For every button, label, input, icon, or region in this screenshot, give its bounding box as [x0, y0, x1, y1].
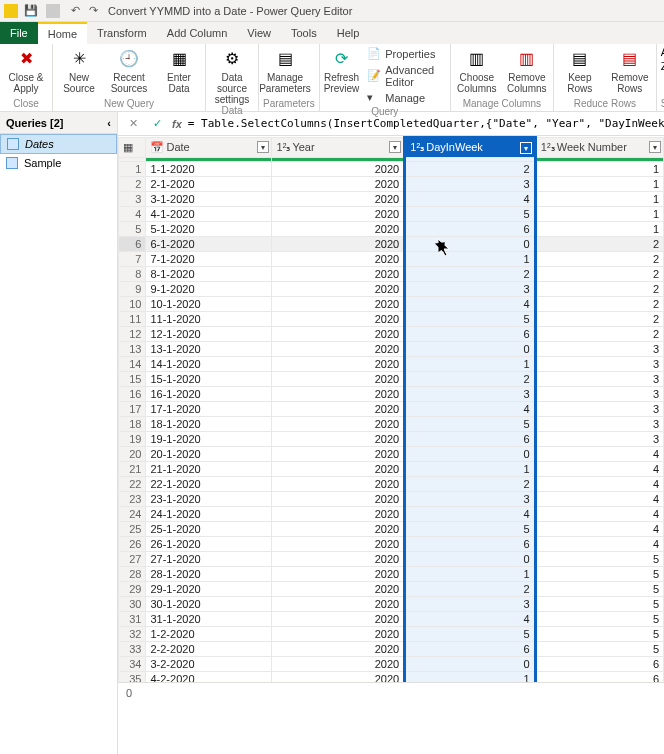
cell[interactable]: 2020	[272, 462, 405, 477]
cell[interactable]: 2	[405, 162, 536, 177]
row-number[interactable]: 22	[119, 477, 146, 492]
row-number[interactable]: 1	[119, 162, 146, 177]
row-number[interactable]: 4	[119, 207, 146, 222]
remove-rows-button[interactable]: ▤Remove Rows	[608, 46, 652, 94]
tab-file[interactable]: File	[0, 22, 38, 44]
cell[interactable]: 1	[535, 162, 663, 177]
enter-data-button[interactable]: ▦Enter Data	[157, 46, 201, 94]
table-row[interactable]: 44-1-2020202051	[119, 207, 664, 222]
advanced-editor-button[interactable]: 📝Advanced Editor	[365, 63, 446, 89]
row-number[interactable]: 3	[119, 192, 146, 207]
table-row[interactable]: 2121-1-2020202014	[119, 462, 664, 477]
table-row[interactable]: 2727-1-2020202005	[119, 552, 664, 567]
cell[interactable]: 6	[405, 327, 536, 342]
cell[interactable]: 5	[535, 582, 663, 597]
row-number[interactable]: 7	[119, 252, 146, 267]
cell[interactable]: 2020	[272, 342, 405, 357]
table-row[interactable]: 22-1-2020202031	[119, 177, 664, 192]
type-icon[interactable]: 1²₃	[410, 141, 424, 155]
cell[interactable]: 24-1-2020	[146, 507, 272, 522]
cell[interactable]: 3	[535, 402, 663, 417]
table-row[interactable]: 3030-1-2020202035	[119, 597, 664, 612]
tab-transform[interactable]: Transform	[87, 22, 157, 44]
cell[interactable]: 2	[535, 237, 663, 252]
cell[interactable]: 2020	[272, 372, 405, 387]
table-row[interactable]: 55-1-2020202061	[119, 222, 664, 237]
cell[interactable]: 2020	[272, 237, 405, 252]
row-number[interactable]: 12	[119, 327, 146, 342]
cell[interactable]: 5-1-2020	[146, 222, 272, 237]
table-row[interactable]: 2424-1-2020202044	[119, 507, 664, 522]
column-header[interactable]: 📅Date▾	[146, 138, 272, 158]
row-number[interactable]: 33	[119, 642, 146, 657]
cell[interactable]: 13-1-2020	[146, 342, 272, 357]
table-row[interactable]: 77-1-2020202012	[119, 252, 664, 267]
cell[interactable]: 2	[535, 312, 663, 327]
type-icon[interactable]: 1²₃	[541, 141, 555, 155]
data-source-settings-button[interactable]: ⚙Data source settings	[210, 46, 254, 105]
cell[interactable]: 1	[535, 192, 663, 207]
formula-input[interactable]	[188, 117, 664, 130]
cell[interactable]: 2-1-2020	[146, 177, 272, 192]
cell[interactable]: 3-2-2020	[146, 657, 272, 672]
filter-icon[interactable]: ▾	[649, 141, 661, 153]
data-grid[interactable]: ▦📅Date▾1²₃Year▾1²₃DayInWeek▾1²₃Week Numb…	[118, 136, 664, 754]
fx-icon[interactable]: fx	[172, 118, 182, 130]
filter-icon[interactable]: ▾	[520, 142, 532, 154]
cell[interactable]: 17-1-2020	[146, 402, 272, 417]
query-item-sample[interactable]: Sample	[0, 154, 117, 172]
cell[interactable]: 2	[535, 282, 663, 297]
choose-columns-button[interactable]: ▥Choose Columns	[455, 46, 499, 94]
row-number[interactable]: 8	[119, 267, 146, 282]
cell[interactable]: 12-1-2020	[146, 327, 272, 342]
cell[interactable]: 31-1-2020	[146, 612, 272, 627]
corner-cell[interactable]: ▦	[119, 138, 146, 158]
tab-tools[interactable]: Tools	[281, 22, 327, 44]
cell[interactable]: 2020	[272, 357, 405, 372]
row-number[interactable]: 11	[119, 312, 146, 327]
cell[interactable]: 21-1-2020	[146, 462, 272, 477]
cell[interactable]: 3	[535, 387, 663, 402]
row-number[interactable]: 10	[119, 297, 146, 312]
cell[interactable]: 5	[535, 597, 663, 612]
cell[interactable]: 2020	[272, 582, 405, 597]
query-item-dates[interactable]: Dates	[0, 134, 117, 154]
cell[interactable]: 6	[405, 642, 536, 657]
table-row[interactable]: 2323-1-2020202034	[119, 492, 664, 507]
table-row[interactable]: 2626-1-2020202064	[119, 537, 664, 552]
cell[interactable]: 0	[405, 237, 536, 252]
cell[interactable]: 2020	[272, 627, 405, 642]
cell[interactable]: 5	[405, 312, 536, 327]
row-number[interactable]: 24	[119, 507, 146, 522]
cell[interactable]: 5	[535, 627, 663, 642]
cell[interactable]: 3	[535, 342, 663, 357]
table-row[interactable]: 11-1-2020202021	[119, 162, 664, 177]
cell[interactable]: 26-1-2020	[146, 537, 272, 552]
row-number[interactable]: 5	[119, 222, 146, 237]
cell[interactable]: 6-1-2020	[146, 237, 272, 252]
tab-home[interactable]: Home	[38, 22, 87, 44]
cell[interactable]: 9-1-2020	[146, 282, 272, 297]
cell[interactable]: 1	[405, 357, 536, 372]
cell[interactable]: 18-1-2020	[146, 417, 272, 432]
cancel-formula-icon[interactable]: ✕	[124, 115, 142, 133]
row-number[interactable]: 34	[119, 657, 146, 672]
table-row[interactable]: 1515-1-2020202023	[119, 372, 664, 387]
cell[interactable]: 3	[405, 177, 536, 192]
cell[interactable]: 2020	[272, 207, 405, 222]
cell[interactable]: 3	[405, 282, 536, 297]
cell[interactable]: 0	[405, 552, 536, 567]
table-row[interactable]: 1616-1-2020202033	[119, 387, 664, 402]
cell[interactable]: 29-1-2020	[146, 582, 272, 597]
recent-sources-button[interactable]: 🕘Recent Sources	[107, 46, 151, 94]
cell[interactable]: 6	[405, 537, 536, 552]
cell[interactable]: 10-1-2020	[146, 297, 272, 312]
row-number[interactable]: 25	[119, 522, 146, 537]
cell[interactable]: 3	[405, 492, 536, 507]
cell[interactable]: 2020	[272, 477, 405, 492]
row-number[interactable]: 17	[119, 402, 146, 417]
cell[interactable]: 5	[535, 612, 663, 627]
type-icon[interactable]: 1²₃	[276, 141, 290, 155]
row-number[interactable]: 20	[119, 447, 146, 462]
cell[interactable]: 1	[405, 567, 536, 582]
